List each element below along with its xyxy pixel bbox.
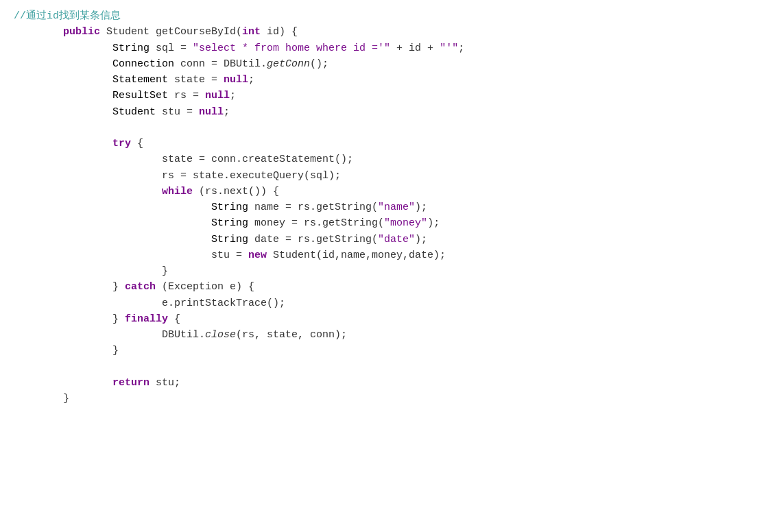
try-line: try { [14,136,752,152]
statement-line: Statement state = null; [14,72,752,88]
blank-2 [14,359,752,375]
sql-line: String sql = "select * from home where i… [14,40,752,56]
name-line: String name = rs.getString("name"); [14,200,752,215]
finally-line: } finally { [14,311,752,327]
conn-line: Connection conn = DBUtil.getConn(); [14,56,752,72]
close-while-brace: } [14,263,752,279]
student-decl-line: Student stu = null; [14,104,752,120]
stu-new-line: stu = new Student(id,name,money,date); [14,247,752,263]
execute-query-line: rs = state.executeQuery(sql); [14,168,752,184]
while-line: while (rs.next()) { [14,184,752,200]
print-stack-line: e.printStackTrace(); [14,295,752,311]
date-line: String date = rs.getString("date"); [14,232,752,247]
resultset-line: ResultSet rs = null; [14,88,752,104]
catch-line: } catch (Exception e) { [14,279,752,295]
method-signature: public Student getCourseById(int id) { [14,24,752,40]
create-statement-line: state = conn.createStatement(); [14,152,752,167]
blank-1 [14,120,752,136]
return-line: return stu; [14,375,752,391]
comment-line: //通过id找到某条信息 [14,8,752,24]
close-try-brace: } [14,343,752,359]
close-method-brace: } [14,391,752,407]
dbutil-close-line: DBUtil.close(rs, state, conn); [14,327,752,343]
money-line: String money = rs.getString("money"); [14,215,752,231]
code-block: //通过id找到某条信息 public Student getCourseByI… [0,0,766,532]
